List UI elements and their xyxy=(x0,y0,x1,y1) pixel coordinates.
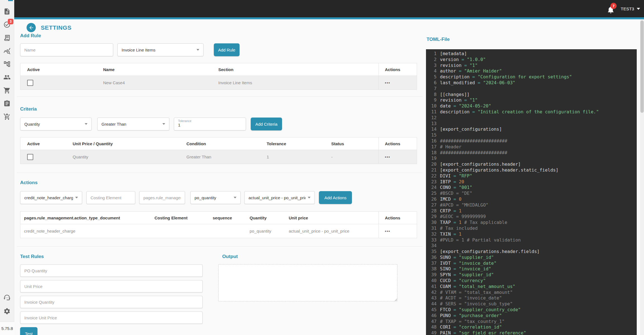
sidebar-item-invoices[interactable] xyxy=(3,34,11,41)
rule-section-value: Invoice Line Items xyxy=(122,48,155,52)
sidebar-item-settings[interactable] xyxy=(3,308,11,315)
col-costing: Costing Element xyxy=(152,215,188,220)
code-line: 9revision = "1" xyxy=(428,97,637,103)
actions-table: pages.rule_management.action_type_docume… xyxy=(20,211,417,238)
actions-table-header: pages.rule_management.action_type_docume… xyxy=(20,212,417,224)
tolerance-value: 1 xyxy=(178,123,180,127)
sidebar-item-support[interactable] xyxy=(3,294,11,301)
add-actions-button[interactable]: Add Actions xyxy=(319,191,352,204)
col-active: Active xyxy=(20,141,73,146)
code-line: 48CORI = "correlation_id" xyxy=(428,324,637,330)
add-rule-button[interactable]: Add Rule xyxy=(214,43,240,56)
tasks-check-icon xyxy=(3,24,11,29)
sidebar-bottom xyxy=(0,294,14,315)
test-button[interactable]: Test xyxy=(20,327,37,335)
rule-table-header: Active Name Section Actions xyxy=(20,63,417,76)
invoice-unit-price-field-wrap xyxy=(20,311,203,324)
code-line: 15 xyxy=(428,132,637,138)
tolerance-field[interactable]: Tolerance 1 xyxy=(174,118,246,130)
code-line: 29#GEOC = 999999999 xyxy=(428,214,637,220)
row-actions-menu[interactable]: ••• xyxy=(385,155,390,159)
rule-name-input[interactable] xyxy=(20,44,113,56)
row-actions-menu[interactable]: ••• xyxy=(385,229,390,233)
actions-heading: Actions xyxy=(20,180,37,186)
criteria-field-select[interactable]: Quantity xyxy=(20,118,92,130)
action-quantity-value: po_quantity xyxy=(195,195,216,200)
code-line: 22DIVI = "RFP" xyxy=(428,173,637,179)
sidebar-item-users[interactable] xyxy=(3,74,11,81)
invoice-unit-price-input[interactable] xyxy=(20,312,202,324)
user-menu[interactable]: TEST3 xyxy=(621,0,640,17)
criteria-field-cell: Quantity xyxy=(73,154,186,159)
po-quantity-input[interactable] xyxy=(20,265,202,277)
rule-section-select[interactable]: Invoice Line Items xyxy=(117,43,203,56)
unit-price-field-wrap xyxy=(20,280,203,292)
code-line: 41CUAM = "total_net_amount_us" xyxy=(428,284,637,290)
action-quantity-select[interactable]: po_quantity xyxy=(190,191,241,204)
section-divider xyxy=(17,173,423,173)
cart-add-icon xyxy=(3,116,11,121)
sidebar-item-tasks[interactable]: 3 xyxy=(3,21,11,28)
sidebar-item-orders[interactable] xyxy=(3,113,11,120)
code-line: 24CONO = "001" xyxy=(428,185,637,191)
chevron-down-icon xyxy=(162,123,165,125)
code-line: 28CRTP = 1 xyxy=(428,208,637,214)
code-line: 16######################### xyxy=(428,138,637,144)
sequence-input[interactable] xyxy=(139,191,185,204)
code-line: 1[metadata] xyxy=(428,51,637,57)
toml-code[interactable]: 1[metadata]2version = "1.0.0"3revision =… xyxy=(426,49,637,335)
action-type-select[interactable]: credit_note_header_charge xyxy=(20,191,82,204)
accent-strip xyxy=(14,17,644,19)
criteria-condition-select[interactable]: Greater Than xyxy=(97,118,169,130)
rule-name-value: New Case4 xyxy=(103,80,218,85)
costing-element-input[interactable] xyxy=(87,191,135,204)
back-button[interactable] xyxy=(27,23,36,32)
criteria-active-checkbox[interactable] xyxy=(27,154,33,160)
table-row: credit_note_header_charge po_quantity ac… xyxy=(20,224,417,238)
col-status: Status xyxy=(331,141,378,146)
notifications-button[interactable]: 7 xyxy=(607,4,616,14)
add-criteria-button[interactable]: Add Criteria xyxy=(251,118,282,130)
action-unit-price-value: actual_unit_price - po_unit_price xyxy=(248,195,306,200)
sidebar-top-accent xyxy=(8,0,13,1)
col-sequence: sequence xyxy=(188,215,250,220)
chevron-down-icon xyxy=(637,8,640,10)
code-line: 32TXIN = 1 xyxy=(428,231,637,237)
criteria-table: Active Unit Price / Quantity Condition T… xyxy=(20,137,417,164)
sidebar: 3 xyxy=(0,0,14,335)
sidebar-item-hierarchy[interactable] xyxy=(3,60,11,68)
sidebar-item-documents[interactable] xyxy=(3,8,11,15)
toml-heading: TOML-File xyxy=(427,37,450,42)
topbar: 7 TEST3 xyxy=(14,0,644,17)
page-scrollbar-thumb[interactable] xyxy=(640,20,644,113)
row-actions-menu[interactable]: ••• xyxy=(385,81,390,85)
code-line: 38SINO = "invoice_id" xyxy=(428,266,637,272)
code-line: 11description = "Initial creation of the… xyxy=(428,109,637,115)
action-unit-price-select[interactable]: actual_unit_price - po_unit_price xyxy=(244,191,315,204)
col-actions: Actions xyxy=(378,212,417,224)
add-rule-heading: Add Rule xyxy=(20,33,41,39)
code-line: 34 xyxy=(428,243,637,249)
arrow-left-icon xyxy=(29,25,34,31)
code-line: 44# SERS = "invoice_sub_type" xyxy=(428,301,637,307)
code-line: 42# VTAM = "total_tax_amount" xyxy=(428,290,637,296)
chevron-down-icon xyxy=(85,123,87,125)
criteria-status-cell: - xyxy=(331,154,378,159)
code-line: 6last_modified = "2024-06-03" xyxy=(428,80,637,86)
code-line: 4author = "Amier Haider" xyxy=(428,68,637,74)
code-line: 43# ACDT = "invoice_date" xyxy=(428,295,637,301)
sidebar-item-purchases[interactable] xyxy=(3,87,11,94)
page-title: SETTINGS xyxy=(41,24,72,31)
col-field: Unit Price / Quantity xyxy=(73,141,186,146)
settings-header: SETTINGS xyxy=(27,23,72,32)
costing-element-field-wrap xyxy=(86,191,135,204)
unit-price-input[interactable] xyxy=(20,280,202,292)
output-textarea[interactable] xyxy=(218,264,397,301)
criteria-table-header: Active Unit Price / Quantity Condition T… xyxy=(20,137,417,150)
hierarchy-icon xyxy=(3,64,11,69)
rule-active-checkbox[interactable] xyxy=(27,80,33,86)
sidebar-item-reports[interactable] xyxy=(3,100,11,107)
invoice-quantity-input[interactable] xyxy=(20,296,202,308)
sidebar-item-analytics[interactable] xyxy=(3,47,11,55)
page-scrollbar-track[interactable] xyxy=(640,19,644,335)
